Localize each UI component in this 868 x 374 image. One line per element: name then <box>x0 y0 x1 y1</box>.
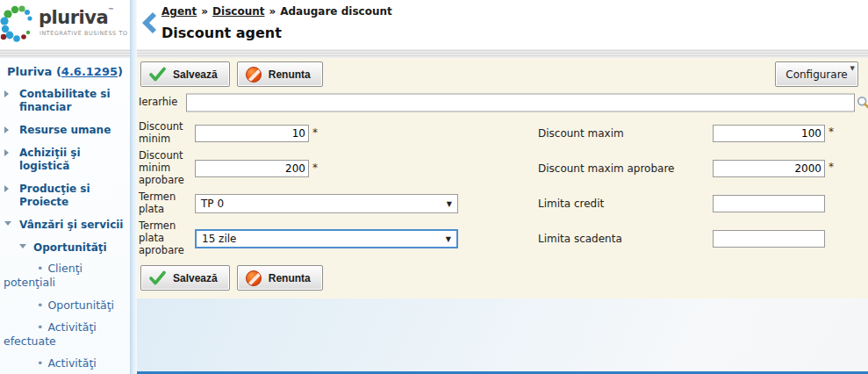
cancel-button[interactable]: Renunta <box>237 61 323 87</box>
termen-plata-label: Termen plata <box>139 191 193 216</box>
discount-min-aprobare-row: Discount minim aprobare * Discount maxim… <box>137 149 868 188</box>
termen-plata-aprobare-label: Termen plata aprobare <box>139 220 193 256</box>
limita-credit-input[interactable] <box>713 195 825 212</box>
check-icon <box>149 67 166 82</box>
sidebar-item-resurse-umane[interactable]: Resurse umane <box>0 124 130 137</box>
termen-plata-aprobare-row: Termen plata aprobare 15 zile ▼ Limita s… <box>137 219 868 258</box>
pluriva-logo-icon <box>0 4 39 46</box>
required-marker: * <box>312 162 318 174</box>
back-chevron-icon[interactable] <box>140 11 157 34</box>
configure-button[interactable]: Configurare ▼ <box>775 61 858 87</box>
discount-min-label: Discount minim <box>139 121 193 146</box>
brand-wordmark: pluriva™ <box>39 7 114 28</box>
termen-plata-select[interactable]: TP 0 ▼ <box>195 194 458 213</box>
search-icon[interactable] <box>857 96 868 110</box>
sidebar-item-contabilitate[interactable]: Contabilitate si financiar <box>0 88 130 114</box>
app-logo-box: pluriva™ INTEGRATIVE BUSINESS TO <box>0 0 130 49</box>
required-marker: * <box>829 161 834 173</box>
collapsed-arrow-icon <box>4 90 9 97</box>
breadcrumb-current: Adaugare discount <box>280 5 391 18</box>
sidebar-item-vanzari[interactable]: Vânzări şi servicii <box>0 219 130 232</box>
sidebar-item-clienti-potentiali[interactable]: •Clienţi potenţiali <box>0 262 130 291</box>
version-link[interactable]: 4.6.1295 <box>61 65 118 78</box>
discount-min-aprobare-input[interactable] <box>195 160 309 177</box>
breadcrumb-separator: » <box>201 5 208 18</box>
hierarchy-input[interactable] <box>186 94 855 112</box>
cancel-button-bottom[interactable]: Renunta <box>237 265 323 291</box>
limita-scadenta-input[interactable] <box>713 230 825 248</box>
breadcrumb-link-discount[interactable]: Discount <box>212 5 264 18</box>
termen-plata-aprobare-select[interactable]: 15 zile ▼ <box>195 229 458 248</box>
sidebar-item-productie[interactable]: Producţie si Proiecte <box>0 183 130 209</box>
limita-credit-label: Limita credit <box>538 198 604 210</box>
breadcrumb: Agent»Discount»Adaugare discount <box>161 5 392 18</box>
discount-min-row: Discount minim * Discount maxim * <box>137 118 868 149</box>
check-icon <box>149 270 166 285</box>
required-marker: * <box>312 126 318 139</box>
collapsed-arrow-icon <box>4 126 9 133</box>
select-arrow-icon: ▼ <box>447 200 452 208</box>
no-entry-icon <box>246 270 262 286</box>
breadcrumb-separator: » <box>269 5 276 18</box>
sidebar-item-activitati-programate[interactable]: •Activităţi programate <box>0 356 130 374</box>
sidebar-item-activitati-efectuate[interactable]: •Activităţi efectuate <box>0 320 130 349</box>
sidebar-item-achizitii[interactable]: Achiziţii şi logistică <box>0 147 130 173</box>
hierarchy-row: Ierarhie <box>137 88 868 118</box>
save-button[interactable]: Salvează <box>140 61 230 87</box>
select-arrow-icon: ▼ <box>446 235 451 243</box>
required-marker: * <box>829 126 834 138</box>
vertical-splitter[interactable] <box>130 0 137 374</box>
no-entry-icon <box>246 67 262 83</box>
discount-min-input[interactable] <box>195 125 309 142</box>
discount-min-aprobare-label: Discount minim aprobare <box>139 150 193 186</box>
dropdown-caret-icon: ▼ <box>850 65 855 72</box>
hierarchy-label: Ierarhie <box>139 97 186 109</box>
breadcrumb-link-agent[interactable]: Agent <box>161 5 197 18</box>
product-name: Pluriva <box>7 65 52 78</box>
page-header: Agent»Discount»Adaugare discount Discoun… <box>137 0 868 49</box>
discount-form: Salvează Renunta Configurare ▼ Ierarhie … <box>137 58 868 298</box>
discount-max-aprobare-input[interactable] <box>713 160 825 177</box>
expanded-arrow-icon <box>4 221 11 226</box>
trademark-symbol: ™ <box>108 7 114 14</box>
sidebar-item-oportunitati[interactable]: •Oportunităţi <box>0 298 130 313</box>
discount-max-input[interactable] <box>713 125 825 142</box>
sidebar-item-oportunitati-section[interactable]: Oportunităţi <box>0 241 130 254</box>
bottom-toolbar: Salvează Renunta <box>140 265 323 291</box>
save-button-bottom[interactable]: Salvează <box>140 265 230 291</box>
main-content: Salvează Renunta Configurare ▼ Ierarhie … <box>137 58 868 374</box>
bullet-icon: • <box>37 298 43 312</box>
collapsed-arrow-icon <box>4 185 9 192</box>
discount-max-label: Discount maxim <box>538 127 624 140</box>
bullet-icon: • <box>37 356 43 370</box>
expanded-arrow-icon <box>19 244 26 248</box>
sidebar-nav: Pluriva (4.6.1295) Contabilitate si fina… <box>0 58 130 374</box>
top-toolbar: Salvează Renunta <box>140 61 323 88</box>
termen-plata-row: Termen plata TP 0 ▼ Limita credit <box>137 188 868 219</box>
brand-tagline: INTEGRATIVE BUSINESS TO <box>39 30 128 37</box>
product-version: Pluriva (4.6.1295) <box>0 65 130 78</box>
page-title: Discount agent <box>161 25 282 41</box>
collapsed-arrow-icon <box>4 149 9 156</box>
limita-scadenta-label: Limita scadenta <box>538 233 622 245</box>
discount-max-aprobare-label: Discount maxim aprobare <box>538 162 674 175</box>
bullet-icon: • <box>37 320 43 334</box>
bullet-icon: • <box>37 262 43 275</box>
content-background <box>137 298 868 371</box>
